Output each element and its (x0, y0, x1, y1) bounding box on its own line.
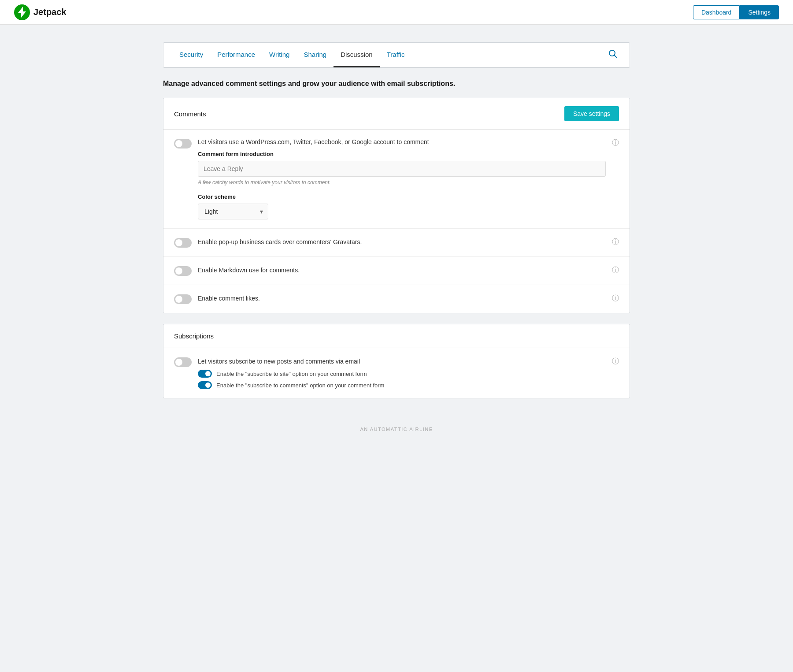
subscriptions-section-header: Subscriptions (163, 324, 630, 348)
subscribe-site-label: Enable the "subscribe to site" option on… (216, 371, 367, 377)
social-toggle-info-icon[interactable] (612, 138, 619, 148)
subscribe-to-comments-row: Enable the "subscribe to comments" optio… (198, 381, 606, 389)
tab-security[interactable]: Security (172, 43, 210, 67)
tabs-card: Security Performance Writing Sharing Dis… (163, 42, 630, 68)
comment-form-block: Let visitors use a WordPress.com, Twitte… (198, 138, 606, 219)
tab-writing[interactable]: Writing (262, 43, 296, 67)
svg-line-2 (615, 56, 617, 58)
popup-toggle-row: Enable pop-up business cards over commen… (163, 229, 630, 257)
logo: Jetpack (14, 4, 67, 20)
popup-toggle-slider (174, 238, 192, 248)
markdown-toggle-label: Enable Markdown use for comments. (198, 266, 300, 275)
subscriptions-main-label: Let visitors subscribe to new posts and … (198, 357, 606, 366)
popup-toggle[interactable] (174, 238, 192, 248)
comment-form-field-label: Comment form introduction (198, 151, 606, 157)
tab-traffic[interactable]: Traffic (380, 43, 412, 67)
logo-text: Jetpack (33, 7, 67, 17)
comment-likes-label: Enable comment likes. (198, 294, 260, 303)
markdown-toggle[interactable] (174, 266, 192, 276)
tab-performance[interactable]: Performance (210, 43, 262, 67)
tab-discussion[interactable]: Discussion (334, 43, 380, 67)
comment-likes-toggle-row: Enable comment likes. (163, 285, 630, 313)
popup-toggle-label: Enable pop-up business cards over commen… (198, 238, 362, 247)
search-icon[interactable] (605, 46, 621, 64)
social-toggle-slider (174, 139, 192, 149)
social-toggle[interactable] (174, 139, 192, 149)
footer: An Automattic Airline (163, 409, 630, 441)
footer-text: An Automattic Airline (360, 427, 433, 432)
popup-toggle-info-icon[interactable] (612, 238, 619, 247)
save-settings-button[interactable]: Save settings (564, 106, 619, 121)
social-toggle-row: Let visitors use a WordPress.com, Twitte… (163, 130, 630, 229)
subscribe-site-slider (198, 370, 212, 378)
comments-section-title: Comments (174, 110, 206, 118)
comments-section-card: Comments Save settings Let visitors use … (163, 98, 630, 313)
main-content: Security Performance Writing Sharing Dis… (154, 42, 639, 441)
header: Jetpack Dashboard Settings (0, 0, 793, 25)
jetpack-logo-icon (14, 4, 30, 20)
color-scheme-label: Color scheme (198, 193, 606, 200)
subscriptions-toggle-slider (174, 357, 192, 367)
subscriptions-content: Let visitors subscribe to new posts and … (198, 357, 606, 389)
subscribe-comments-slider (198, 381, 212, 389)
social-toggle-label: Let visitors use a WordPress.com, Twitte… (198, 138, 606, 145)
subscribe-site-toggle[interactable] (198, 370, 212, 378)
comments-section-header: Comments Save settings (163, 98, 630, 130)
subscriptions-toggle[interactable] (174, 357, 192, 367)
comment-form-input[interactable] (198, 161, 606, 177)
subscriptions-section-title: Subscriptions (174, 332, 214, 340)
settings-button[interactable]: Settings (740, 5, 779, 19)
subscribe-to-site-row: Enable the "subscribe to site" option on… (198, 370, 606, 378)
header-buttons: Dashboard Settings (693, 5, 779, 19)
comment-likes-info-icon[interactable] (612, 294, 619, 303)
markdown-toggle-info-icon[interactable] (612, 266, 619, 275)
color-scheme-wrapper: Light Dark Transparent Auto (198, 204, 268, 219)
markdown-toggle-slider (174, 266, 192, 276)
tab-sharing[interactable]: Sharing (296, 43, 334, 67)
tabs-nav: Security Performance Writing Sharing Dis… (163, 43, 630, 67)
subscribe-comments-label: Enable the "subscribe to comments" optio… (216, 382, 384, 389)
subscriptions-section-card: Subscriptions Let visitors subscribe to … (163, 324, 630, 398)
dashboard-button[interactable]: Dashboard (693, 5, 740, 19)
subscribe-comments-toggle[interactable] (198, 381, 212, 389)
comment-likes-toggle[interactable] (174, 294, 192, 304)
subscriptions-toggle-row: Let visitors subscribe to new posts and … (163, 348, 630, 398)
subscriptions-info-icon[interactable] (612, 357, 619, 366)
comment-form-hint: A few catchy words to motivate your visi… (198, 179, 606, 186)
color-scheme-select[interactable]: Light Dark Transparent Auto (198, 204, 268, 219)
markdown-toggle-row: Enable Markdown use for comments. (163, 257, 630, 285)
page-description: Manage advanced comment settings and gro… (163, 78, 630, 89)
comment-likes-toggle-slider (174, 294, 192, 304)
